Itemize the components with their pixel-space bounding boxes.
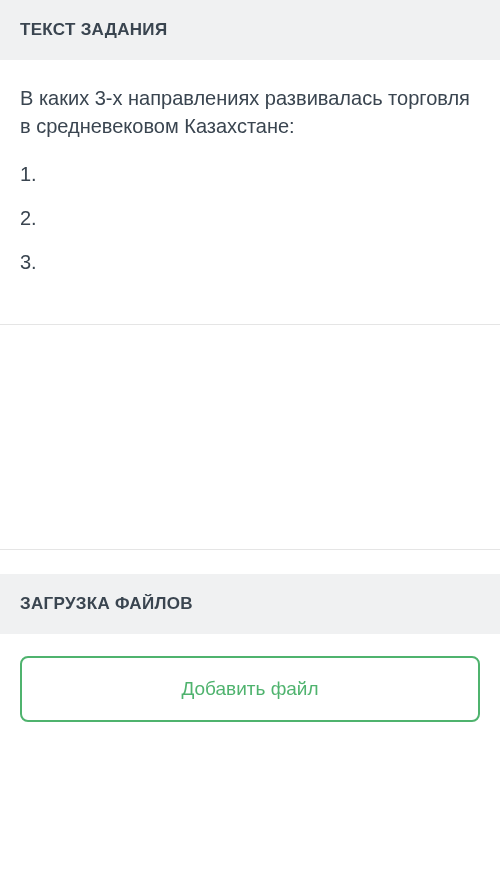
section-gap <box>0 550 500 574</box>
add-file-button[interactable]: Добавить файл <box>20 656 480 722</box>
question-text: В каких 3-х направлениях развивалась тор… <box>20 84 480 140</box>
content-spacer <box>0 325 500 550</box>
list-item: 3. <box>20 248 480 276</box>
task-content: В каких 3-х направлениях развивалась тор… <box>0 60 500 325</box>
upload-section-header: ЗАГРУЗКА ФАЙЛОВ <box>0 574 500 634</box>
list-item: 2. <box>20 204 480 232</box>
upload-area: Добавить файл <box>0 634 500 722</box>
list-item: 1. <box>20 160 480 188</box>
task-section-header: ТЕКСТ ЗАДАНИЯ <box>0 0 500 60</box>
